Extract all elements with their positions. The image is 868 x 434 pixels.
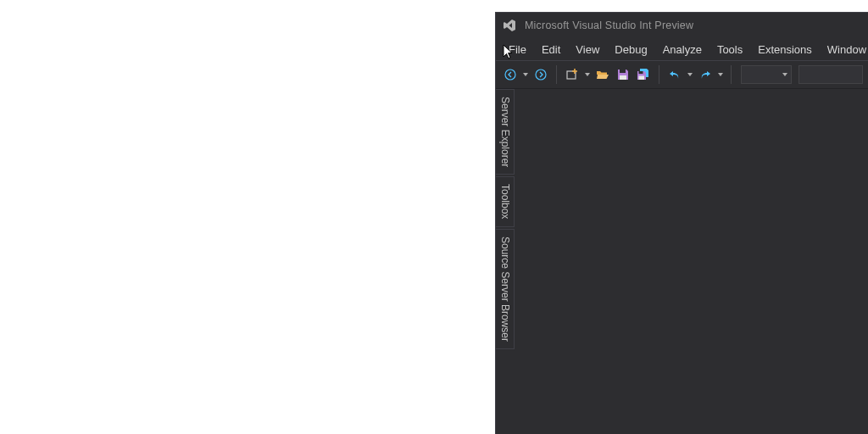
menu-file[interactable]: File	[501, 41, 534, 58]
chevron-down-icon	[718, 73, 723, 76]
undo-button[interactable]	[665, 65, 684, 84]
workspace: Server Explorer Toolbox Source Server Br…	[496, 89, 868, 434]
undo-icon	[669, 69, 681, 81]
chevron-down-icon	[585, 73, 590, 76]
menubar: File Edit View Debug Analyze Tools Exten…	[496, 38, 868, 60]
svg-rect-5	[639, 71, 643, 74]
toolbar	[496, 60, 868, 89]
titlebar: Microsoft Visual Studio Int Preview	[496, 13, 868, 38]
svg-point-0	[505, 70, 515, 80]
toolbar-separator	[556, 65, 557, 84]
search-input[interactable]	[798, 65, 863, 84]
svg-point-1	[536, 70, 546, 80]
chevron-down-icon	[687, 73, 693, 76]
redo-button[interactable]	[696, 65, 715, 84]
nav-forward-icon	[535, 69, 547, 81]
menu-window[interactable]: Window	[820, 41, 868, 58]
vs-window: Microsoft Visual Studio Int Preview File…	[495, 12, 868, 434]
save-all-icon	[637, 68, 650, 81]
nav-back-icon	[504, 69, 516, 81]
new-project-dropdown[interactable]	[583, 65, 592, 84]
svg-rect-3	[620, 70, 626, 73]
menu-view[interactable]: View	[568, 41, 607, 58]
redo-icon	[699, 69, 711, 81]
nav-forward-button[interactable]	[531, 65, 550, 84]
undo-dropdown[interactable]	[686, 65, 694, 84]
menu-analyze[interactable]: Analyze	[655, 41, 709, 58]
svg-rect-6	[639, 76, 645, 81]
redo-dropdown[interactable]	[716, 65, 725, 84]
svg-rect-4	[620, 75, 626, 80]
new-project-icon	[565, 68, 579, 81]
menu-extensions[interactable]: Extensions	[750, 41, 820, 58]
nav-back-dropdown[interactable]	[521, 65, 530, 84]
open-file-button[interactable]	[593, 65, 612, 84]
side-tabs: Server Explorer Toolbox Source Server Br…	[496, 89, 515, 434]
menu-tools[interactable]: Tools	[709, 41, 750, 58]
toolbar-separator	[659, 65, 659, 84]
nav-back-button[interactable]	[501, 65, 520, 84]
save-all-button[interactable]	[634, 65, 653, 84]
menu-debug[interactable]: Debug	[607, 41, 654, 58]
sidetab-server-explorer[interactable]: Server Explorer	[496, 89, 515, 175]
save-icon	[617, 69, 629, 81]
menu-edit[interactable]: Edit	[534, 41, 568, 58]
open-folder-icon	[596, 68, 609, 81]
vs-logo-icon	[503, 19, 516, 32]
sidetab-source-server-browser[interactable]: Source Server Browser	[496, 229, 515, 349]
solution-config-combo[interactable]	[741, 65, 792, 84]
save-button[interactable]	[614, 65, 632, 84]
app-title: Microsoft Visual Studio Int Preview	[525, 19, 693, 31]
chevron-down-icon	[523, 73, 528, 76]
editor-area	[515, 89, 868, 434]
new-project-button[interactable]	[563, 65, 581, 84]
chevron-down-icon	[782, 73, 787, 76]
toolbar-separator	[731, 65, 732, 84]
sidetab-toolbox[interactable]: Toolbox	[496, 176, 515, 226]
